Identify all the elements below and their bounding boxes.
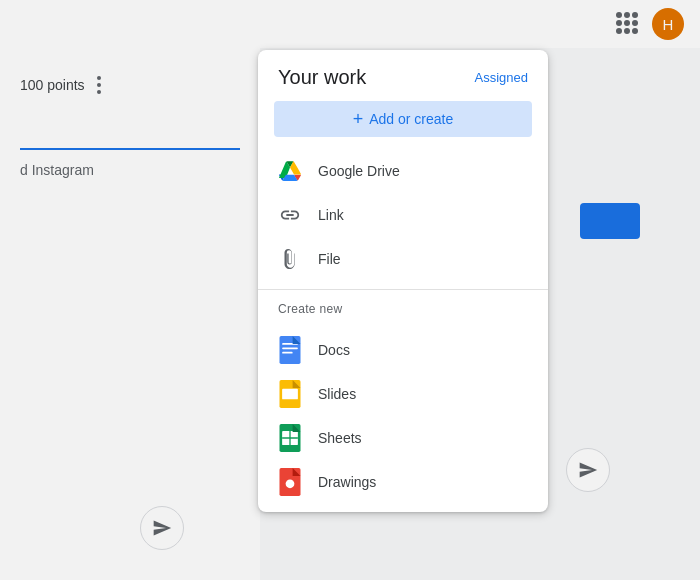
sheets-icon	[278, 426, 302, 450]
drawings-item[interactable]: Drawings	[258, 460, 548, 504]
your-work-title: Your work	[278, 66, 366, 89]
slides-icon	[278, 382, 302, 406]
create-new-section: Create new	[258, 290, 548, 324]
docs-item[interactable]: Docs	[258, 328, 548, 372]
add-or-create-button[interactable]: + Add or create	[274, 101, 532, 137]
file-label: File	[318, 251, 341, 267]
svg-rect-3	[282, 352, 293, 354]
svg-rect-5	[282, 389, 298, 400]
slides-item[interactable]: Slides	[258, 372, 548, 416]
plus-icon: +	[353, 109, 364, 130]
dropdown-panel: Your work Assigned + Add or create Googl…	[258, 50, 548, 512]
google-drive-icon	[278, 159, 302, 183]
your-work-header: Your work Assigned	[258, 50, 548, 101]
docs-icon	[278, 338, 302, 362]
svg-point-11	[286, 479, 295, 488]
sheets-item[interactable]: Sheets	[258, 416, 548, 460]
create-menu-section: Docs Slides	[258, 324, 548, 512]
link-label: Link	[318, 207, 344, 223]
file-item[interactable]: File	[258, 237, 548, 281]
link-icon	[278, 203, 302, 227]
drawings-label: Drawings	[318, 474, 376, 490]
google-drive-label: Google Drive	[318, 163, 400, 179]
sheets-label: Sheets	[318, 430, 362, 446]
assigned-status: Assigned	[475, 70, 528, 85]
slides-label: Slides	[318, 386, 356, 402]
add-create-label: Add or create	[369, 111, 453, 127]
svg-rect-2	[282, 347, 298, 349]
link-item[interactable]: Link	[258, 193, 548, 237]
svg-rect-0	[280, 336, 301, 364]
create-new-label: Create new	[278, 302, 528, 316]
drawings-icon	[278, 470, 302, 494]
file-icon	[278, 247, 302, 271]
docs-label: Docs	[318, 342, 350, 358]
google-drive-item[interactable]: Google Drive	[258, 149, 548, 193]
file-menu-section: Google Drive Link File	[258, 145, 548, 289]
